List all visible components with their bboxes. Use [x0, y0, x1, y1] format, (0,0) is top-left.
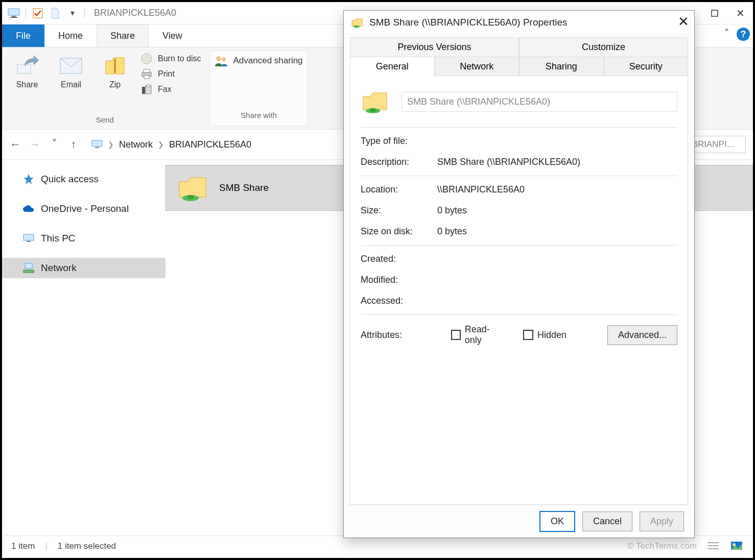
- zip-icon: [103, 54, 127, 78]
- burn-button[interactable]: Burn to disc: [140, 53, 201, 65]
- svg-rect-27: [707, 542, 719, 543]
- svg-rect-23: [25, 263, 32, 269]
- svg-rect-29: [707, 548, 719, 549]
- sidebar-item-network[interactable]: Network: [2, 258, 166, 278]
- breadcrumb-host[interactable]: BRIANPICKLE56A0: [169, 139, 251, 150]
- svg-point-18: [222, 57, 226, 61]
- zip-button[interactable]: Zip: [97, 51, 133, 89]
- sidebar-item-label: Quick access: [41, 174, 99, 185]
- close-button[interactable]: ✕: [727, 2, 753, 25]
- hidden-checkbox[interactable]: Hidden: [523, 330, 567, 340]
- properties-dialog: SMB Share (\\BRIANPICKLE56A0) Properties…: [343, 10, 695, 538]
- dialog-close-button[interactable]: ✕: [678, 14, 689, 30]
- svg-rect-6: [17, 64, 31, 74]
- svg-rect-5: [712, 10, 718, 16]
- fax-label: Fax: [158, 85, 172, 94]
- sidebar-item-this-pc[interactable]: This PC: [2, 228, 166, 249]
- tab-view[interactable]: View: [149, 25, 196, 47]
- sidebar-item-label: OneDrive - Personal: [41, 203, 129, 214]
- size-on-disk-label: Size on disk:: [361, 226, 437, 237]
- svg-rect-8: [114, 59, 116, 73]
- dialog-title: SMB Share (\\BRIANPICKLE56A0) Properties: [369, 17, 568, 28]
- svg-rect-2: [10, 17, 17, 18]
- description-label: Description:: [361, 157, 437, 167]
- svg-rect-24: [23, 270, 34, 273]
- sidebar-item-onedrive[interactable]: OneDrive - Personal: [2, 199, 166, 219]
- breadcrumb[interactable]: ❯ Network ❯ BRIANPICKLE56A0: [85, 137, 258, 153]
- size-on-disk-value: 0 bytes: [437, 226, 467, 237]
- tab-home[interactable]: Home: [44, 25, 97, 47]
- chevron-right-icon[interactable]: ❯: [158, 140, 164, 149]
- breadcrumb-network[interactable]: Network: [119, 139, 153, 150]
- svg-rect-26: [187, 195, 194, 199]
- tab-general[interactable]: General: [350, 57, 435, 76]
- pc-icon: [91, 140, 103, 149]
- collapse-ribbon-icon[interactable]: ˄: [724, 28, 729, 41]
- svg-rect-21: [23, 234, 34, 240]
- advanced-button[interactable]: Advanced...: [607, 325, 677, 345]
- pc-icon: [8, 7, 20, 19]
- cancel-button[interactable]: Cancel: [582, 512, 632, 531]
- burn-label: Burn to disc: [158, 54, 201, 63]
- share-button[interactable]: Share: [9, 51, 45, 89]
- svg-rect-0: [8, 9, 19, 15]
- tab-share[interactable]: Share: [97, 25, 149, 47]
- email-label: Email: [61, 80, 81, 89]
- help-icon[interactable]: ?: [737, 28, 750, 41]
- details-view-icon[interactable]: [707, 541, 720, 551]
- fax-button[interactable]: Fax: [140, 83, 201, 95]
- email-icon: [59, 54, 83, 78]
- properties-icon[interactable]: [32, 7, 44, 19]
- item-name-field[interactable]: SMB Share (\\BRIANPICKLE56A0): [402, 92, 677, 112]
- tab-file[interactable]: File: [2, 25, 44, 47]
- share-folder-icon: [361, 87, 389, 116]
- location-value: \\BRIANPICKLE56A0: [437, 184, 525, 195]
- star-icon: [22, 173, 35, 185]
- nav-history-dropdown[interactable]: ˅: [46, 136, 62, 153]
- print-button[interactable]: Print: [140, 68, 201, 80]
- email-button[interactable]: Email: [53, 51, 89, 89]
- tab-content-general: SMB Share (\\BRIANPICKLE56A0) Type of fi…: [350, 76, 688, 505]
- dialog-titlebar[interactable]: SMB Share (\\BRIANPICKLE56A0) Properties…: [344, 11, 694, 34]
- advanced-sharing-label: Advanced sharing: [233, 56, 302, 66]
- svg-rect-13: [144, 76, 149, 79]
- svg-rect-28: [707, 545, 719, 546]
- hidden-label: Hidden: [537, 330, 567, 340]
- advanced-sharing-button[interactable]: Advanced sharing: [215, 55, 302, 66]
- document-icon[interactable]: [49, 7, 61, 19]
- attributes-label: Attributes:: [361, 330, 431, 340]
- qat-dropdown-icon[interactable]: ▾: [66, 7, 79, 19]
- nav-forward-button[interactable]: →: [27, 136, 43, 153]
- tab-sharing[interactable]: Sharing: [519, 57, 604, 76]
- thumbnails-view-icon[interactable]: [730, 541, 744, 551]
- location-label: Location:: [361, 184, 437, 195]
- svg-rect-20: [95, 147, 99, 148]
- svg-point-17: [216, 56, 221, 61]
- sidebar-item-quick-access[interactable]: Quick access: [2, 169, 166, 189]
- readonly-checkbox[interactable]: Read-only: [451, 324, 503, 346]
- print-label: Print: [158, 69, 175, 79]
- ok-button[interactable]: OK: [539, 511, 575, 532]
- chevron-right-icon[interactable]: ❯: [108, 140, 114, 149]
- tab-security[interactable]: Security: [604, 57, 689, 76]
- apply-button[interactable]: Apply: [640, 512, 684, 531]
- tab-customize[interactable]: Customize: [519, 37, 688, 57]
- list-item-label: SMB Share: [219, 182, 269, 193]
- printer-icon: [140, 68, 153, 80]
- modified-label: Modified:: [361, 275, 437, 285]
- network-icon: [22, 262, 35, 274]
- svg-rect-11: [144, 69, 150, 72]
- nav-back-button[interactable]: ←: [7, 136, 23, 153]
- sidebar-item-label: Network: [41, 262, 77, 274]
- svg-rect-19: [92, 140, 102, 147]
- type-label: Type of file:: [361, 136, 437, 147]
- status-item-count: 1 item: [11, 541, 35, 551]
- nav-up-button[interactable]: ↑: [65, 136, 82, 153]
- maximize-button[interactable]: [702, 2, 727, 25]
- share-folder-icon: [351, 16, 363, 29]
- zip-label: Zip: [109, 80, 121, 89]
- tab-network[interactable]: Network: [435, 57, 520, 76]
- tab-previous-versions[interactable]: Previous Versions: [350, 37, 519, 57]
- svg-rect-1: [12, 16, 16, 17]
- sidebar-item-label: This PC: [41, 233, 76, 244]
